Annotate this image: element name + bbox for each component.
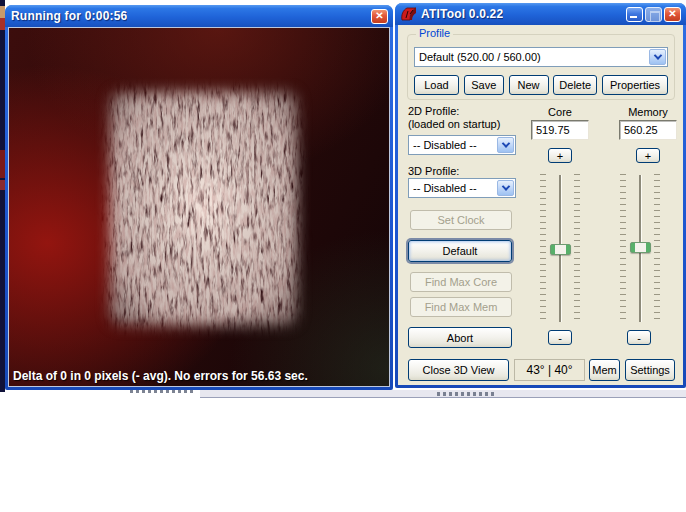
- close-3d-view-button[interactable]: Close 3D View: [408, 359, 509, 381]
- close-button[interactable]: ✕: [371, 9, 388, 24]
- memory-minus-button[interactable]: -: [627, 330, 651, 345]
- core-label: Core: [531, 106, 589, 118]
- atitool-panel: Profile Default (520.00 / 560.00) Load S…: [398, 25, 683, 385]
- profile-select[interactable]: Default (520.00 / 560.00): [414, 47, 668, 67]
- 3d-profile-value: -- Disabled --: [413, 182, 477, 194]
- settings-button[interactable]: Settings: [625, 359, 675, 381]
- properties-button[interactable]: Properties: [602, 75, 668, 95]
- temperature-readout: 43° | 40°: [514, 359, 585, 381]
- default-button[interactable]: Default: [408, 240, 512, 262]
- render-window-titlebar[interactable]: Running for 0:00:56 ✕: [5, 5, 393, 27]
- find-max-mem-button: Find Max Mem: [410, 297, 512, 317]
- profile-selected-value: Default (520.00 / 560.00): [419, 51, 541, 63]
- chevron-down-icon[interactable]: [497, 180, 514, 196]
- save-button[interactable]: Save: [464, 75, 504, 95]
- load-button[interactable]: Load: [414, 75, 459, 95]
- profile-groupbox: Profile Default (520.00 / 560.00) Load S…: [407, 34, 675, 100]
- temperature-value: 43° | 40°: [526, 363, 572, 377]
- 2d-profile-value: -- Disabled --: [413, 139, 477, 151]
- 2d-profile-sublabel: (loaded on startup): [408, 118, 500, 130]
- render-window: Running for 0:00:56 ✕: [5, 5, 393, 390]
- delete-button[interactable]: Delete: [553, 75, 597, 95]
- close-button[interactable]: ✕: [664, 7, 681, 22]
- maximize-button-disabled: [645, 7, 662, 22]
- core-clock-field[interactable]: [531, 120, 589, 140]
- core-plus-button[interactable]: +: [548, 148, 572, 163]
- core-slider-thumb[interactable]: [550, 244, 571, 255]
- memory-slider[interactable]: [611, 172, 669, 327]
- close-icon: ✕: [375, 11, 383, 21]
- 3d-profile-select[interactable]: -- Disabled --: [408, 178, 516, 198]
- memory-slider-ticks: [620, 174, 626, 319]
- 2d-profile-label: 2D Profile:: [408, 105, 459, 117]
- memory-plus-button[interactable]: +: [636, 148, 660, 163]
- memory-clock-field[interactable]: [619, 120, 677, 140]
- chevron-down-icon[interactable]: [497, 137, 514, 153]
- core-slider-ticks: [540, 174, 546, 319]
- core-slider-ticks: [574, 174, 580, 319]
- find-max-core-button: Find Max Core: [410, 272, 512, 292]
- render-viewport: Delta of 0 in 0 pixels (- avg). No error…: [8, 27, 390, 387]
- render-status-text: Delta of 0 in 0 pixels (- avg). No error…: [13, 369, 308, 383]
- fur-cube-3d-render: [94, 78, 313, 341]
- atitool-icon: [401, 7, 417, 21]
- memory-label: Memory: [619, 106, 677, 118]
- 2d-profile-select[interactable]: -- Disabled --: [408, 135, 516, 155]
- desktop: Running for 0:00:56 ✕: [0, 0, 686, 512]
- core-minus-button[interactable]: -: [548, 330, 572, 345]
- mem-button[interactable]: Mem: [589, 359, 620, 381]
- background-toolbar-strip: [200, 390, 686, 398]
- 3d-profile-label: 3D Profile:: [408, 165, 459, 177]
- background-text-smudge: [437, 392, 495, 396]
- memory-slider-thumb[interactable]: [630, 242, 651, 253]
- new-button[interactable]: New: [509, 75, 549, 95]
- close-icon: ✕: [668, 9, 676, 19]
- set-clock-button: Set Clock: [410, 210, 512, 230]
- core-slider[interactable]: [531, 172, 589, 327]
- render-window-title: Running for 0:00:56: [11, 9, 127, 23]
- minimize-button[interactable]: [626, 7, 643, 22]
- atitool-titlebar[interactable]: ATITool 0.0.22 ✕: [395, 3, 686, 25]
- atitool-title: ATITool 0.0.22: [421, 7, 503, 21]
- abort-button[interactable]: Abort: [408, 327, 512, 348]
- atitool-window: ATITool 0.0.22 ✕ Profile Default (520.00…: [395, 3, 686, 388]
- memory-slider-ticks: [654, 174, 660, 319]
- profile-group-label: Profile: [416, 27, 453, 39]
- chevron-down-icon[interactable]: [649, 49, 666, 65]
